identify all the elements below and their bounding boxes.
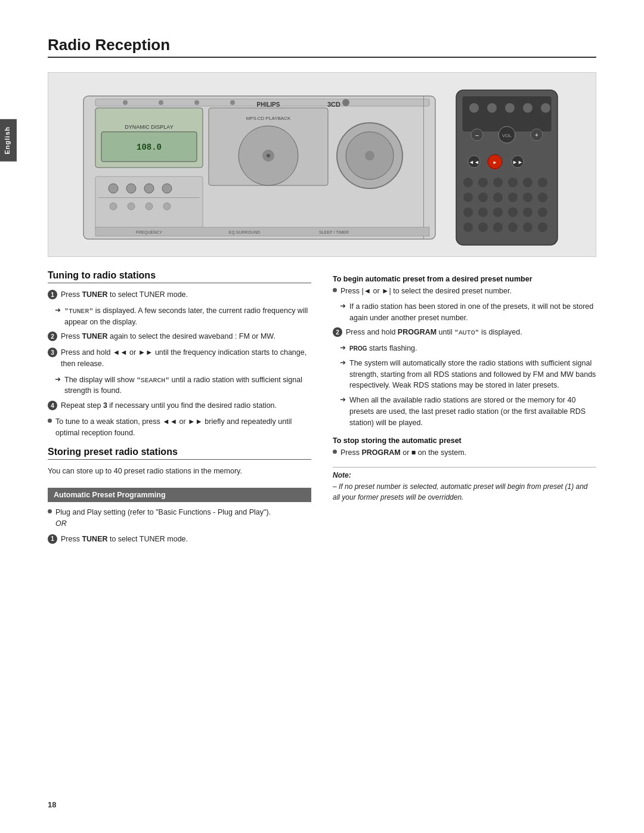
svg-point-56 xyxy=(478,178,488,187)
svg-text:PHILIPS: PHILIPS xyxy=(257,101,280,108)
step-number-4: 4 xyxy=(48,401,57,410)
tuning-step-3: 3 Press and hold ◄◄ or ►► until the freq… xyxy=(48,347,311,370)
svg-point-64 xyxy=(508,193,518,202)
arrow-icon-3: ➜ xyxy=(55,375,61,383)
stop-storing-section: To stop storing the automatic preset Pre… xyxy=(333,436,596,459)
svg-point-40 xyxy=(505,103,515,113)
auto-preset-arrow-text-1: If a radio station has been stored in on… xyxy=(349,301,596,324)
svg-point-57 xyxy=(493,178,503,187)
storing-step-1-text: Press TUNER to select TUNER mode. xyxy=(61,534,188,545)
svg-text:FREQUENCY: FREQUENCY xyxy=(136,230,162,235)
svg-point-72 xyxy=(538,208,547,217)
step-1-arrow: ➜ "TUNER" is displayed. A few seconds la… xyxy=(48,305,311,328)
auto-preset-section: To begin automatic preset from a desired… xyxy=(333,275,596,428)
svg-point-59 xyxy=(523,178,532,187)
svg-point-73 xyxy=(463,222,473,232)
tuning-step-4: 4 Repeat step 3 if necessary until you f… xyxy=(48,400,311,411)
svg-text:►: ► xyxy=(493,160,497,165)
svg-point-55 xyxy=(463,178,473,187)
stop-storing-heading: To stop storing the automatic preset xyxy=(333,436,596,445)
svg-point-28 xyxy=(342,99,349,106)
auto-preset-bullet-text-1: Press |◄ or ►| to select the desired pre… xyxy=(340,286,512,297)
step-1-arrow-text: "TUNER" is displayed. A few seconds late… xyxy=(64,305,311,328)
auto-preset-arrow-text-2c: When all the available radio stations ar… xyxy=(349,395,596,428)
language-tab: English xyxy=(0,119,17,162)
step-2-text: Press TUNER again to select the desired … xyxy=(61,331,275,342)
svg-point-58 xyxy=(508,178,518,187)
storing-step-number-1: 1 xyxy=(48,534,57,544)
svg-point-19 xyxy=(163,203,171,210)
note-section: Note: – If no preset number is selected,… xyxy=(333,467,596,503)
arrow-icon-1: ➜ xyxy=(55,306,61,314)
svg-point-62 xyxy=(478,193,488,202)
storing-bullet-1: Plug and Play setting (refer to "Basic F… xyxy=(48,507,311,529)
auto-preset-step-2: 2 Press and hold PROGRAM until "AUTO" is… xyxy=(333,327,596,338)
svg-point-24 xyxy=(123,100,128,105)
arrow-icon-ap2c: ➜ xyxy=(340,395,346,404)
stop-storing-bullet-text-1: Press PROGRAM or ■ on the system. xyxy=(340,447,466,459)
step-number-3: 3 xyxy=(48,348,57,357)
language-label: English xyxy=(4,126,11,154)
device-svg: DYNAMIC DISPLAY 108.0 MP3-CD PLAYBACK xyxy=(78,78,566,251)
stop-storing-bullet-1: Press PROGRAM or ■ on the system. xyxy=(333,447,596,459)
page-container: English Radio Reception DYNAMIC DISPLAY … xyxy=(0,0,644,833)
svg-point-67 xyxy=(463,208,473,217)
svg-point-26 xyxy=(194,100,199,105)
page-title: Radio Reception xyxy=(48,36,596,58)
svg-rect-31 xyxy=(423,96,424,239)
note-text: – If no preset number is selected, autom… xyxy=(333,481,596,503)
svg-point-71 xyxy=(523,208,532,217)
auto-preset-arrow-1: ➜ If a radio station has been stored in … xyxy=(333,301,596,324)
tuning-section: Tuning to radio stations 1 Press TUNER t… xyxy=(48,270,311,438)
svg-point-41 xyxy=(523,103,532,113)
svg-point-12 xyxy=(126,184,136,193)
step-3-arrow: ➜ The display will show "SEARCH" until a… xyxy=(48,374,311,397)
svg-text:►►: ►► xyxy=(512,159,523,165)
auto-bullet-dot-1 xyxy=(333,288,337,292)
note-label: Note: xyxy=(333,471,596,479)
auto-step-number-2: 2 xyxy=(333,327,342,337)
tuning-step-2: 2 Press TUNER again to select the desire… xyxy=(48,331,311,342)
step-number-2: 2 xyxy=(48,332,57,341)
svg-point-69 xyxy=(493,208,503,217)
svg-rect-15 xyxy=(98,197,200,198)
auto-preset-arrow-2a: ➜ prog starts flashing. xyxy=(333,343,596,354)
auto-preset-step-2-text: Press and hold PROGRAM until "AUTO" is d… xyxy=(346,327,522,338)
svg-point-74 xyxy=(478,222,488,232)
tuning-bullet-text-1: To tune to a weak station, press ◄◄ or ►… xyxy=(55,416,311,439)
arrow-icon-ap1: ➜ xyxy=(340,302,346,310)
svg-point-70 xyxy=(508,208,518,217)
storing-bullet-text-1: Plug and Play setting (refer to "Basic F… xyxy=(55,507,271,529)
step-number-1: 1 xyxy=(48,290,57,299)
page-number: 18 xyxy=(48,800,56,809)
svg-text:SLEEP / TIMER: SLEEP / TIMER xyxy=(319,230,349,234)
svg-point-78 xyxy=(538,222,547,232)
svg-point-38 xyxy=(469,103,479,113)
svg-point-27 xyxy=(230,100,235,105)
stop-bullet-dot-1 xyxy=(333,450,337,454)
left-column: Tuning to radio stations 1 Press TUNER t… xyxy=(48,270,311,553)
auto-preset-arrow-2c: ➜ When all the available radio stations … xyxy=(333,395,596,428)
svg-point-17 xyxy=(128,203,135,210)
auto-preset-arrow-text-2a: prog starts flashing. xyxy=(349,343,417,354)
svg-text:108.0: 108.0 xyxy=(137,143,162,152)
svg-text:DYNAMIC DISPLAY: DYNAMIC DISPLAY xyxy=(125,124,173,130)
svg-point-25 xyxy=(159,100,163,105)
svg-point-16 xyxy=(110,203,117,210)
svg-text:VOL: VOL xyxy=(502,133,512,138)
svg-point-18 xyxy=(145,203,153,210)
auto-preset-heading: To begin automatic preset from a desired… xyxy=(333,275,596,283)
arrow-icon-ap2a: ➜ xyxy=(340,343,346,352)
svg-point-68 xyxy=(478,208,488,217)
preset-programming-box: Automatic Preset Programming xyxy=(48,488,311,502)
svg-text:3CD: 3CD xyxy=(327,101,340,108)
bullet-dot-1 xyxy=(48,419,52,423)
svg-point-14 xyxy=(162,184,172,193)
storing-step-1: 1 Press TUNER to select TUNER mode. xyxy=(48,534,311,545)
auto-preset-bullet-1: Press |◄ or ►| to select the desired pre… xyxy=(333,286,596,297)
svg-point-39 xyxy=(487,103,497,113)
svg-point-76 xyxy=(508,222,518,232)
svg-text:◄◄: ◄◄ xyxy=(469,159,479,165)
svg-point-66 xyxy=(538,193,547,202)
step-4-text: Repeat step 3 if necessary until you fin… xyxy=(61,400,277,411)
